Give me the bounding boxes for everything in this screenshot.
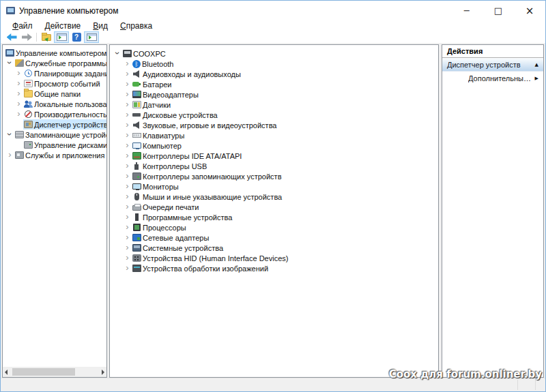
device-item-body[interactable]: Устройства HID (Human Interface Devices) — [132, 253, 290, 263]
show-action-pane-button[interactable] — [84, 31, 99, 43]
expander-chevron-icon[interactable] — [14, 140, 23, 150]
device-item-body[interactable]: COOXPC — [122, 48, 168, 59]
tree-item-body[interactable]: Управление компьютером (локальным) — [5, 48, 106, 58]
titlebar[interactable]: Управление компьютером − □ × — [1, 1, 545, 20]
device-item-body[interactable]: Клавиатуры — [132, 130, 186, 140]
device-item[interactable]: Контроллеры запоминающих устройств — [111, 171, 437, 181]
tree-item[interactable]: Локальные пользователи и группы — [3, 99, 106, 109]
device-item[interactable]: Звуковые, игровые и видеоустройства — [111, 120, 437, 130]
expander-chevron-icon[interactable] — [5, 130, 14, 140]
expander-chevron-icon[interactable] — [123, 130, 132, 140]
expander-chevron-icon[interactable] — [113, 48, 122, 59]
device-item[interactable]: Очереди печати — [111, 202, 437, 212]
device-item[interactable]: Дисковые устройства — [111, 110, 437, 120]
device-item[interactable]: Батареи — [111, 79, 437, 89]
tree-item[interactable]: Служебные программы — [3, 58, 106, 68]
expander-chevron-icon[interactable] — [123, 120, 132, 130]
close-button[interactable]: × — [514, 1, 545, 20]
expander-chevron-icon[interactable] — [123, 79, 132, 89]
expander-chevron-icon[interactable] — [123, 212, 132, 222]
expander-chevron-icon[interactable] — [14, 99, 23, 109]
scroll-right-arrow-icon[interactable] — [96, 367, 106, 377]
expander-chevron-icon[interactable] — [123, 192, 132, 202]
device-item[interactable]: COOXPC — [111, 48, 437, 59]
tree-item-body[interactable]: Служебные программы — [14, 58, 106, 68]
device-item-body[interactable]: Очереди печати — [132, 202, 201, 212]
tree-item-body[interactable]: Планировщик заданий — [23, 68, 106, 78]
expander-chevron-icon[interactable] — [123, 140, 132, 151]
expander-chevron-icon[interactable] — [123, 59, 132, 69]
horizontal-scrollbar[interactable] — [3, 367, 106, 377]
device-item-body[interactable]: Контроллеры запоминающих устройств — [132, 171, 283, 181]
expander-chevron-icon[interactable] — [123, 110, 132, 120]
tree-item-body[interactable]: Диспетчер устройств — [23, 119, 106, 130]
expander-chevron-icon[interactable] — [123, 69, 132, 79]
tree-item[interactable]: Службы и приложения — [3, 150, 106, 160]
expander-chevron-icon[interactable] — [123, 263, 132, 273]
expander-chevron-icon[interactable] — [123, 171, 132, 181]
device-item[interactable]: Датчики — [111, 100, 437, 110]
tree-item[interactable]: Общие папки — [3, 89, 106, 99]
expander-chevron-icon[interactable] — [14, 78, 23, 89]
tree-item[interactable]: Управление компьютером (локальным) — [3, 48, 106, 58]
device-item-body[interactable]: Видеоадаптеры — [132, 89, 201, 100]
device-item[interactable]: Программные устройства — [111, 212, 437, 222]
device-item-body[interactable]: Программные устройства — [132, 212, 234, 222]
tree-item[interactable]: Диспетчер устройств — [3, 119, 106, 130]
menu-view[interactable]: Вид — [87, 20, 114, 31]
device-item[interactable]: Устройства обработки изображений — [111, 263, 437, 273]
device-item[interactable]: Сетевые адаптеры — [111, 232, 437, 243]
device-item-body[interactable]: Батареи — [132, 79, 174, 89]
device-item-body[interactable]: Аудиовходы и аудиовыходы — [132, 69, 243, 79]
collapse-triangle-icon[interactable]: ▲ — [535, 62, 538, 67]
tree-item-body[interactable]: Просмотр событий — [23, 78, 102, 89]
device-item[interactable]: Контроллеры USB — [111, 161, 437, 171]
forward-button[interactable] — [19, 31, 34, 43]
menu-action[interactable]: Действие — [39, 20, 87, 31]
actions-section-device-manager[interactable]: Диспетчер устройств ▲ — [442, 58, 543, 72]
device-item[interactable]: Мониторы — [111, 181, 437, 192]
tree-item[interactable]: Производительность — [3, 109, 106, 119]
expander-chevron-icon[interactable] — [14, 109, 23, 119]
scroll-left-arrow-icon[interactable] — [3, 367, 13, 377]
expander-chevron-icon[interactable] — [5, 150, 14, 160]
help-button[interactable]: ? — [69, 31, 84, 43]
device-item[interactable]: Процессоры — [111, 222, 437, 232]
expander-chevron-icon[interactable] — [123, 253, 132, 263]
more-actions-item[interactable]: Дополнительные действия ▶ — [442, 72, 543, 85]
expander-chevron-icon[interactable] — [14, 89, 23, 99]
expander-chevron-icon[interactable] — [123, 222, 132, 232]
device-item[interactable]: Устройства HID (Human Interface Devices) — [111, 253, 437, 263]
device-item[interactable]: Аудиовходы и аудиовыходы — [111, 69, 437, 79]
tree-item[interactable]: Запоминающие устройства — [3, 130, 106, 140]
device-item[interactable]: Клавиатуры — [111, 130, 437, 140]
expander-chevron-icon[interactable] — [5, 58, 14, 68]
minimize-button[interactable]: − — [451, 1, 483, 20]
device-item-body[interactable]: Мыши и иные указывающие устройства — [132, 192, 284, 202]
tree-item-body[interactable]: Локальные пользователи и группы — [23, 99, 106, 109]
device-item[interactable]: Контроллеры IDE ATA/ATAPI — [111, 151, 437, 161]
expander-chevron-icon[interactable] — [123, 89, 132, 100]
expander-chevron-icon[interactable] — [123, 181, 132, 192]
device-item[interactable]: Системные устройства — [111, 243, 437, 253]
device-item-body[interactable]: Процессоры — [132, 222, 188, 232]
expander-chevron-icon[interactable] — [123, 161, 132, 171]
expander-chevron-icon[interactable] — [123, 202, 132, 212]
tree-item[interactable]: Управление дисками — [3, 140, 106, 150]
device-item[interactable]: Компьютер — [111, 140, 437, 151]
device-item[interactable]: Мыши и иные указывающие устройства — [111, 192, 437, 202]
tree-item-body[interactable]: Запоминающие устройства — [14, 130, 106, 140]
menu-help[interactable]: Справка — [114, 20, 158, 31]
scrollbar-thumb[interactable] — [12, 368, 75, 376]
device-item-body[interactable]: Системные устройства — [132, 243, 225, 253]
tree-item-body[interactable]: Службы и приложения — [14, 150, 106, 160]
up-level-button[interactable] — [39, 31, 54, 43]
show-console-tree-button[interactable] — [54, 31, 69, 43]
tree-item[interactable]: Просмотр событий — [3, 78, 106, 89]
expander-chevron-icon[interactable] — [123, 100, 132, 110]
maximize-button[interactable]: □ — [483, 1, 514, 20]
device-item-body[interactable]: Дисковые устройства — [132, 110, 220, 120]
device-item-body[interactable]: Датчики — [132, 100, 173, 110]
device-item-body[interactable]: Компьютер — [132, 140, 184, 151]
expander-chevron-icon[interactable] — [14, 119, 23, 130]
